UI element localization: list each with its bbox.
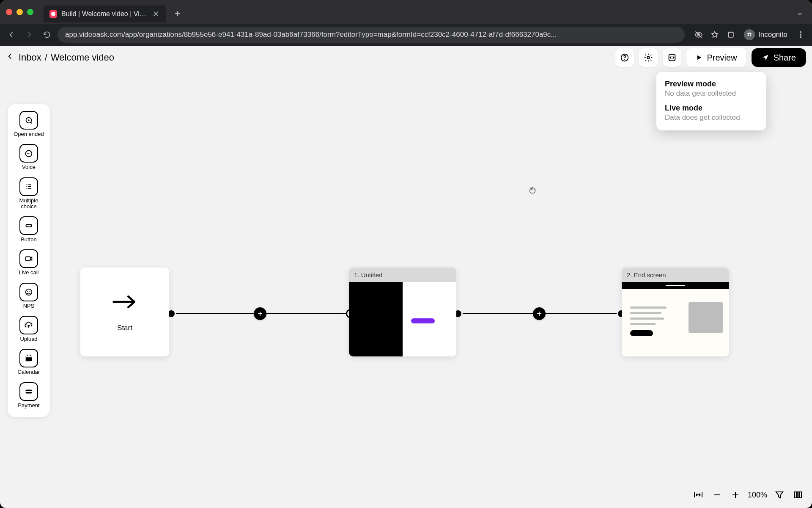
address-bar: app.videoask.com/app/organizations/8b955… — [0, 24, 812, 46]
window-controls — [6, 9, 33, 15]
app-viewport: Inbox / Welcome video Preview Share — [0, 46, 812, 508]
flow-track: + + Start 1. Untitled — [0, 268, 812, 369]
window-close[interactable] — [6, 9, 12, 15]
titlebar: Build | Welcome video | VideoA ✕ + ⌄ — [0, 0, 812, 24]
end-screen-node[interactable]: 2. End screen — [622, 268, 729, 356]
svg-rect-24 — [797, 492, 799, 498]
layout-toggle-icon[interactable] — [792, 489, 804, 501]
zoom-toolbar: 100% — [692, 489, 804, 501]
incognito-icon — [744, 29, 755, 40]
svg-rect-1 — [728, 32, 733, 37]
url-field[interactable]: app.videoask.com/app/organizations/8b955… — [58, 27, 685, 43]
svg-rect-23 — [795, 492, 796, 498]
star-icon[interactable] — [708, 28, 722, 42]
arrow-right-icon — [111, 292, 138, 312]
url-text: app.videoask.com/app/organizations/8b955… — [65, 30, 557, 39]
end-cta-placeholder — [630, 330, 653, 336]
incognito-label: Incognito — [758, 30, 787, 39]
extensions-icon[interactable] — [724, 28, 738, 42]
tab-favicon — [49, 10, 57, 18]
video-thumbnail — [349, 282, 403, 356]
add-step-button[interactable]: + — [533, 307, 546, 320]
zoom-percent: 100% — [748, 491, 767, 500]
add-step-button[interactable]: + — [254, 307, 266, 320]
step-node-1-title: 1. Untitled — [349, 268, 456, 282]
step-answer-panel — [403, 282, 456, 356]
incognito-indicator[interactable]: Incognito — [740, 28, 792, 42]
window-minimize[interactable] — [16, 9, 23, 15]
end-screen-body — [622, 282, 729, 356]
start-node[interactable]: Start — [80, 268, 169, 356]
svg-rect-25 — [800, 492, 801, 498]
svg-point-4 — [800, 37, 801, 38]
end-thumbnail — [689, 302, 723, 333]
filter-icon[interactable] — [773, 489, 786, 501]
nav-reload-button[interactable] — [40, 28, 54, 42]
flow-canvas[interactable]: + + Start 1. Untitled — [0, 46, 812, 508]
step-node-1-body — [349, 282, 456, 356]
window-zoom[interactable] — [27, 9, 33, 15]
grab-cursor-icon — [528, 185, 537, 195]
end-text-lines — [630, 306, 667, 329]
svg-point-3 — [800, 34, 801, 36]
browser-window: Build | Welcome video | VideoA ✕ + ⌄ app… — [0, 0, 812, 508]
svg-point-2 — [800, 32, 801, 33]
new-tab-button[interactable]: + — [170, 5, 185, 22]
answer-pill — [411, 318, 435, 323]
end-screen-title: 2. End screen — [622, 268, 729, 282]
zoom-out-button[interactable] — [710, 489, 723, 501]
nav-forward-button[interactable] — [22, 28, 36, 42]
end-topbar — [622, 282, 729, 289]
browser-tab[interactable]: Build | Welcome video | VideoA ✕ — [44, 6, 166, 22]
kebab-menu-icon[interactable] — [793, 28, 808, 42]
toolbar-right: Incognito — [691, 28, 808, 42]
step-node-1[interactable]: 1. Untitled — [349, 268, 456, 356]
start-node-label: Start — [117, 324, 132, 332]
nav-back-button[interactable] — [4, 28, 19, 42]
tab-close-icon[interactable]: ✕ — [151, 9, 160, 19]
tab-title: Build | Welcome video | VideoA — [61, 10, 147, 18]
zoom-in-button[interactable] — [729, 489, 742, 501]
eye-off-icon[interactable] — [691, 28, 706, 42]
fit-width-icon[interactable] — [692, 489, 705, 501]
tabs-overflow-icon[interactable]: ⌄ — [796, 7, 804, 17]
